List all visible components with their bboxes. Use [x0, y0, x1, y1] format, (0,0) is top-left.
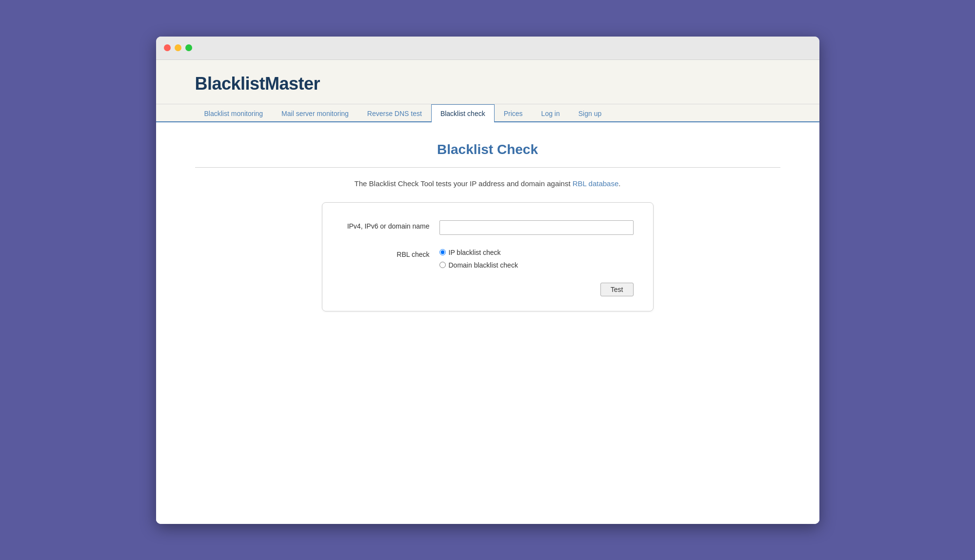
nav-item-blacklist-monitoring[interactable]: Blacklist monitoring — [195, 104, 273, 122]
nav-item-blacklist-check[interactable]: Blacklist check — [431, 104, 495, 122]
nav-bar: Blacklist monitoring Mail server monitor… — [156, 104, 819, 122]
nav-item-login[interactable]: Log in — [532, 104, 569, 122]
ip-input[interactable] — [439, 220, 634, 235]
title-bar — [156, 37, 819, 60]
divider — [195, 167, 780, 168]
site-logo: BlacklistMaster — [195, 74, 780, 94]
form-actions: Test — [342, 283, 634, 296]
page-main: Blacklist Check The Blacklist Check Tool… — [156, 122, 819, 524]
rbl-label: RBL check — [342, 249, 439, 258]
site-header: BlacklistMaster — [156, 60, 819, 104]
close-button[interactable] — [164, 44, 171, 51]
page-title: Blacklist Check — [195, 142, 780, 157]
nav-item-signup[interactable]: Sign up — [569, 104, 611, 122]
description: The Blacklist Check Tool tests your IP a… — [195, 179, 780, 188]
ip-label: IPv4, IPv6 or domain name — [342, 220, 439, 230]
minimize-button[interactable] — [175, 44, 181, 51]
radio-domain-blacklist[interactable] — [439, 262, 446, 268]
nav-item-prices[interactable]: Prices — [495, 104, 532, 122]
nav-item-mail-server-monitoring[interactable]: Mail server monitoring — [272, 104, 358, 122]
radio-ip-blacklist[interactable] — [439, 249, 446, 255]
form-card: IPv4, IPv6 or domain name RBL check IP b… — [322, 202, 654, 311]
description-prefix: The Blacklist Check Tool tests your IP a… — [355, 179, 573, 188]
browser-window: BlacklistMaster Blacklist monitoring Mai… — [156, 37, 819, 524]
ip-input-row: IPv4, IPv6 or domain name — [342, 220, 634, 235]
browser-content: BlacklistMaster Blacklist monitoring Mai… — [156, 60, 819, 524]
radio-domain-blacklist-label[interactable]: Domain blacklist check — [439, 261, 518, 269]
maximize-button[interactable] — [185, 44, 192, 51]
rbl-database-link[interactable]: RBL database — [573, 179, 619, 188]
traffic-lights — [164, 44, 192, 51]
radio-group: IP blacklist check Domain blacklist chec… — [439, 249, 518, 269]
radio-ip-blacklist-label[interactable]: IP blacklist check — [439, 249, 518, 256]
radio-domain-blacklist-text: Domain blacklist check — [449, 261, 518, 269]
radio-ip-blacklist-text: IP blacklist check — [449, 249, 501, 256]
test-button[interactable]: Test — [600, 283, 634, 296]
nav-item-reverse-dns-test[interactable]: Reverse DNS test — [358, 104, 431, 122]
description-suffix: . — [618, 179, 620, 188]
rbl-check-row: RBL check IP blacklist check Domain blac… — [342, 249, 634, 269]
